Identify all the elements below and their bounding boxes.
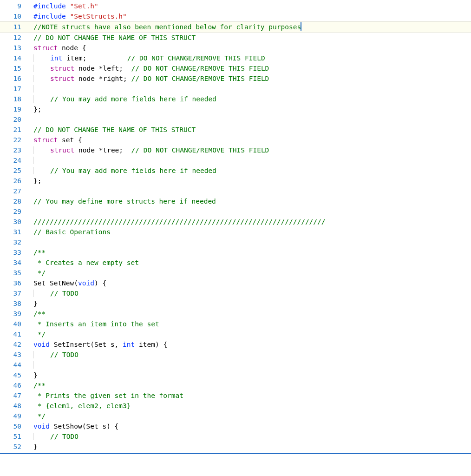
code-content[interactable]: } [29, 442, 471, 452]
code-content[interactable]: void SetShow(Set s) { [29, 421, 471, 431]
code-line[interactable]: 11//NOTE structs have also been mentione… [0, 21, 471, 33]
code-line[interactable]: 9#include "Set.h" [0, 1, 471, 11]
code-line[interactable]: 41 */ [0, 329, 471, 339]
code-line[interactable]: 50void SetShow(Set s) { [0, 421, 471, 431]
code-line[interactable]: 43 // TODO [0, 350, 471, 360]
code-line[interactable]: 38} [0, 298, 471, 309]
code-content[interactable]: /** [29, 380, 471, 390]
code-content[interactable]: Set SetNew(void) { [29, 278, 471, 288]
code-line[interactable]: 48 * {elem1, elem2, elem3} [0, 401, 471, 411]
code-line[interactable]: 45} [0, 370, 471, 380]
code-content[interactable]: void SetInsert(Set s, int item) { [29, 339, 471, 350]
token-ty: void [33, 341, 50, 348]
bottom-accent-rule [0, 453, 471, 454]
code-line[interactable]: 36Set SetNew(void) { [0, 278, 471, 288]
code-content[interactable]: * Creates a new empty set [29, 258, 471, 268]
line-number: 21 [0, 125, 29, 135]
code-content[interactable]: ////////////////////////////////////////… [29, 217, 471, 227]
code-content[interactable]: // TODO [29, 288, 471, 298]
code-line[interactable]: 24 [0, 155, 471, 165]
code-line[interactable]: 23 struct node *tree; // DO NOT CHANGE/R… [0, 145, 471, 155]
code-content[interactable]: // You may define more structs here if n… [29, 196, 471, 206]
token-blk: ) [106, 423, 111, 430]
line-number: 44 [0, 360, 29, 370]
code-content[interactable]: } [29, 298, 471, 309]
code-editor[interactable]: 9#include "Set.h"10#include "SetStructs.… [0, 0, 471, 452]
code-content[interactable]: // You may add more fields here if neede… [29, 165, 471, 176]
code-content[interactable]: }; [29, 176, 471, 186]
code-line[interactable]: 13struct node { [0, 43, 471, 53]
code-line[interactable]: 47 * Prints the given set in the format [0, 390, 471, 401]
code-content[interactable]: // DO NOT CHANGE THE NAME OF THIS STRUCT [29, 125, 471, 135]
code-line[interactable]: 39/** [0, 309, 471, 319]
line-number: 43 [0, 350, 29, 360]
code-line[interactable]: 20 [0, 114, 471, 125]
code-line[interactable]: 31// Basic Operations [0, 227, 471, 237]
code-content[interactable]: struct node { [29, 43, 471, 53]
code-content[interactable]: } [29, 370, 471, 380]
code-line[interactable]: 42void SetInsert(Set s, int item) { [0, 339, 471, 350]
line-number: 23 [0, 145, 29, 155]
code-content[interactable]: //NOTE structs have also been mentioned … [29, 22, 471, 32]
code-line[interactable]: 27 [0, 186, 471, 196]
code-content[interactable]: */ [29, 268, 471, 278]
code-line[interactable]: 35 */ [0, 268, 471, 278]
code-line[interactable]: 10#include "SetStructs.h" [0, 11, 471, 21]
code-line[interactable]: 25 // You may add more fields here if ne… [0, 165, 471, 176]
code-content[interactable]: */ [29, 411, 471, 421]
code-line[interactable]: 12// DO NOT CHANGE THE NAME OF THIS STRU… [0, 33, 471, 43]
code-content[interactable]: /** [29, 247, 471, 258]
code-line[interactable]: 14 int item; // DO NOT CHANGE/REMOVE THI… [0, 53, 471, 63]
token-blk: SetInsert [50, 341, 90, 348]
line-number: 34 [0, 258, 29, 268]
code-content[interactable]: struct node *tree; // DO NOT CHANGE/REMO… [29, 145, 471, 155]
line-number: 36 [0, 278, 29, 288]
code-line[interactable]: 46/** [0, 380, 471, 390]
code-line[interactable]: 19}; [0, 104, 471, 114]
code-line[interactable]: 22struct set { [0, 135, 471, 145]
line-number: 12 [0, 33, 29, 43]
code-content[interactable]: // TODO [29, 431, 471, 442]
code-line[interactable]: 44 [0, 360, 471, 370]
code-content[interactable]: // You may add more fields here if neede… [29, 94, 471, 104]
code-line[interactable]: 52} [0, 442, 471, 452]
code-content[interactable]: #include "SetStructs.h" [29, 11, 471, 21]
code-content[interactable]: */ [29, 329, 471, 339]
code-content[interactable] [29, 360, 471, 370]
code-line[interactable]: 15 struct node *left; // DO NOT CHANGE/R… [0, 63, 471, 73]
code-content[interactable]: struct node *right; // DO NOT CHANGE/REM… [29, 73, 471, 84]
code-line[interactable]: 16 struct node *right; // DO NOT CHANGE/… [0, 73, 471, 84]
code-line[interactable]: 51 // TODO [0, 431, 471, 442]
code-content[interactable] [29, 84, 471, 94]
token-blk: }; [33, 106, 41, 113]
code-content[interactable]: // DO NOT CHANGE THE NAME OF THIS STRUCT [29, 33, 471, 43]
code-line[interactable]: 33/** [0, 247, 471, 258]
code-line[interactable]: 37 // TODO [0, 288, 471, 298]
code-line[interactable]: 28// You may define more structs here if… [0, 196, 471, 206]
code-line[interactable]: 30//////////////////////////////////////… [0, 217, 471, 227]
code-content[interactable]: /** [29, 309, 471, 319]
token-cm: /** [33, 310, 46, 317]
code-content[interactable]: * {elem1, elem2, elem3} [29, 401, 471, 411]
code-line[interactable]: 18 // You may add more fields here if ne… [0, 94, 471, 104]
code-content[interactable]: int item; // DO NOT CHANGE/REMOVE THIS F… [29, 53, 471, 63]
code-line[interactable]: 21// DO NOT CHANGE THE NAME OF THIS STRU… [0, 125, 471, 135]
code-content[interactable]: }; [29, 104, 471, 114]
code-content[interactable]: * Prints the given set in the format [29, 390, 471, 401]
code-content[interactable] [29, 155, 471, 165]
code-content[interactable]: struct node *left; // DO NOT CHANGE/REMO… [29, 63, 471, 73]
code-line[interactable]: 29 [0, 206, 471, 217]
code-content[interactable]: * Inserts an item into the set [29, 319, 471, 329]
code-line[interactable]: 32 [0, 237, 471, 247]
code-line[interactable]: 34 * Creates a new empty set [0, 258, 471, 268]
code-content[interactable]: struct set { [29, 135, 471, 145]
code-content[interactable]: #include "Set.h" [29, 1, 471, 11]
code-line[interactable]: 49 */ [0, 411, 471, 421]
code-line[interactable]: 17 [0, 84, 471, 94]
code-line[interactable]: 40 * Inserts an item into the set [0, 319, 471, 329]
code-content[interactable]: // Basic Operations [29, 227, 471, 237]
line-number: 15 [0, 63, 29, 73]
code-content[interactable]: // TODO [29, 350, 471, 360]
code-line[interactable]: 26}; [0, 176, 471, 186]
indent-guide [33, 157, 50, 164]
